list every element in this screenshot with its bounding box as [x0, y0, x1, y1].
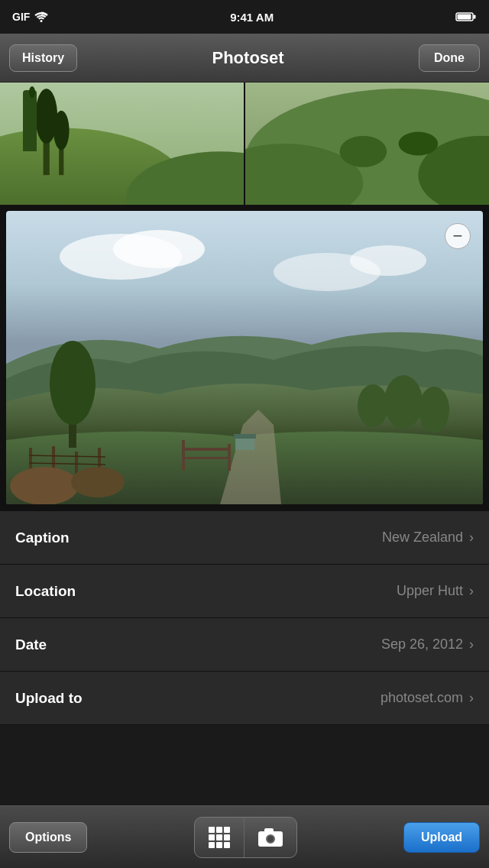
center-tab-group	[194, 817, 297, 858]
svg-point-39	[358, 384, 388, 427]
svg-rect-21	[182, 440, 185, 471]
main-photo-svg	[6, 211, 483, 504]
svg-rect-2	[474, 15, 476, 19]
photo-thumb-1[interactable]	[0, 83, 244, 205]
camera-icon	[258, 828, 283, 847]
grid-cell-9	[224, 842, 230, 848]
main-photo-container	[0, 205, 489, 510]
svg-point-14	[339, 136, 387, 167]
svg-point-28	[50, 341, 96, 425]
tab-bar: Options Upload	[0, 805, 489, 868]
location-chevron-icon: ›	[469, 583, 474, 599]
caption-row[interactable]: Caption New Zealand ›	[0, 511, 489, 565]
svg-rect-23	[182, 448, 231, 451]
upload-button[interactable]: Upload	[403, 822, 480, 853]
grid-cell-3	[224, 827, 230, 833]
date-row[interactable]: Date Sep 26, 2012 ›	[0, 618, 489, 672]
options-button[interactable]: Options	[9, 822, 87, 853]
page-title: Photoset	[212, 48, 284, 68]
caption-label: Caption	[15, 530, 70, 546]
grid-cell-1	[209, 827, 215, 833]
svg-point-37	[384, 375, 423, 429]
photo-thumbnail-row	[0, 83, 489, 205]
thumb-svg-2	[245, 83, 489, 205]
info-section: Caption New Zealand › Location Upper Hut…	[0, 510, 489, 725]
grid-cell-7	[209, 842, 215, 848]
svg-rect-1	[458, 15, 471, 20]
upload-to-label: Upload to	[15, 690, 83, 707]
main-photo[interactable]	[6, 211, 483, 504]
upload-to-value: photoset.com	[381, 690, 463, 706]
caption-chevron-icon: ›	[469, 530, 474, 546]
caption-value-wrap: New Zealand ›	[382, 530, 474, 546]
grid-view-button[interactable]	[195, 818, 244, 857]
battery-icon	[455, 11, 477, 22]
thumb-image-1	[0, 83, 244, 205]
location-label: Location	[15, 583, 76, 600]
grid-cell-8	[216, 842, 222, 848]
camera-button[interactable]	[244, 819, 296, 856]
remove-photo-button[interactable]	[445, 223, 471, 249]
svg-point-9	[53, 111, 70, 150]
done-button[interactable]: Done	[419, 44, 480, 72]
svg-point-38	[419, 387, 449, 432]
location-value-wrap: Upper Hutt ›	[397, 583, 474, 599]
photo-thumb-2[interactable]	[245, 83, 489, 205]
svg-point-35	[10, 467, 79, 504]
thumb-image-2	[245, 83, 489, 205]
svg-point-20	[350, 245, 426, 276]
camera-lens	[266, 834, 275, 844]
svg-point-36	[71, 467, 125, 497]
date-value-wrap: Sep 26, 2012 ›	[381, 636, 474, 653]
grid-cell-2	[216, 827, 222, 833]
svg-rect-24	[182, 457, 231, 459]
upload-to-value-wrap: photoset.com ›	[381, 690, 474, 706]
caption-value: New Zealand	[382, 530, 463, 546]
svg-point-18	[113, 230, 205, 268]
date-value: Sep 26, 2012	[381, 636, 463, 653]
location-row[interactable]: Location Upper Hutt ›	[0, 565, 489, 618]
grid-icon	[209, 827, 230, 848]
status-bar: GIF 9:41 AM	[0, 0, 489, 34]
location-value: Upper Hutt	[397, 583, 463, 599]
grid-cell-4	[209, 834, 215, 840]
status-time: 9:41 AM	[230, 11, 274, 24]
upload-to-chevron-icon: ›	[469, 690, 474, 706]
status-right	[455, 11, 477, 22]
grid-cell-6	[224, 834, 230, 840]
upload-to-row[interactable]: Upload to photoset.com ›	[0, 672, 489, 725]
gif-indicator: GIF	[12, 11, 30, 23]
thumb-svg-1	[0, 83, 244, 205]
svg-point-15	[399, 132, 438, 156]
status-left: GIF	[12, 11, 48, 23]
date-label: Date	[15, 636, 47, 653]
nav-bar: History Photoset Done	[0, 34, 489, 83]
wifi-icon	[34, 11, 48, 22]
history-button[interactable]: History	[9, 44, 77, 72]
grid-cell-5	[216, 834, 222, 840]
date-chevron-icon: ›	[469, 636, 474, 653]
svg-rect-26	[234, 434, 256, 439]
camera-body	[258, 831, 283, 847]
